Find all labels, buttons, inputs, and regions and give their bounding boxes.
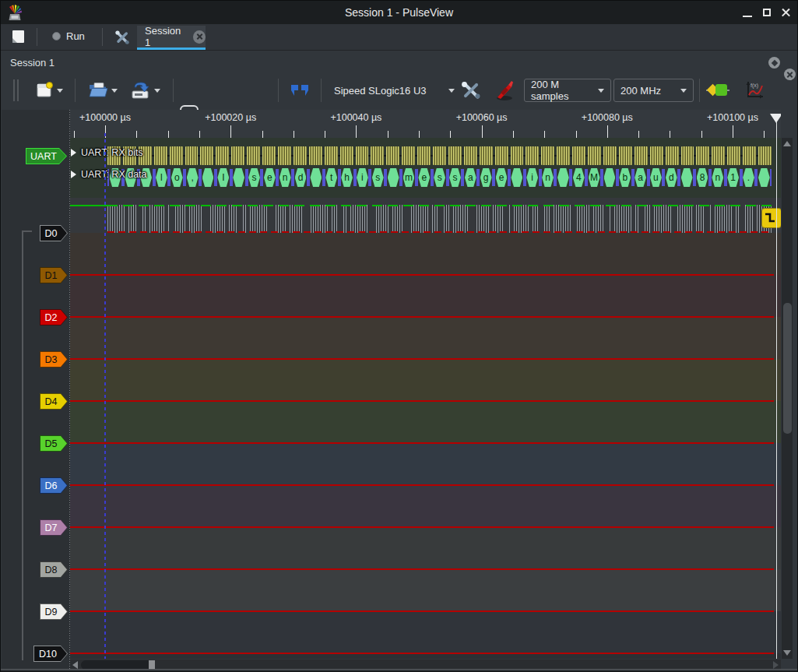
uart-frame: o: [169, 168, 185, 187]
run-button[interactable]: Run: [52, 30, 85, 42]
decoder-row-rx-bits[interactable]: UART: RX bits: [71, 147, 143, 158]
toolbar-separator: [699, 79, 700, 102]
scroll-right-icon[interactable]: [773, 661, 779, 669]
uart-frame: M: [586, 168, 602, 187]
save-icon: [130, 80, 150, 100]
title-bar: Session 1 - PulseView: [1, 1, 797, 24]
channel-low-line-d9: [70, 610, 774, 612]
uart-data-hexagon: a: [465, 168, 476, 187]
tab-label: Session 1: [145, 25, 188, 48]
settings-wrench-icon[interactable]: [114, 30, 130, 45]
channel-tag-label: D7: [40, 520, 67, 535]
uart-frame-bits: [588, 146, 601, 165]
d0-signal-trace: [107, 205, 772, 233]
new-file-icon: [35, 81, 54, 100]
ruler-minor-tick: [638, 131, 639, 138]
run-label: Run: [66, 30, 85, 42]
ruler-minor-tick: [764, 131, 765, 138]
panel-close-icon[interactable]: [784, 69, 796, 80]
vertical-scrollbar[interactable]: [782, 138, 793, 659]
uart-frame-bits: [495, 146, 508, 165]
toolbar-grip[interactable]: [17, 79, 19, 101]
toolbar-grip[interactable]: [13, 79, 15, 101]
ruler-minor-tick: [294, 131, 294, 138]
new-file-button[interactable]: [35, 77, 54, 104]
uart-data-hexagon: e: [496, 168, 508, 187]
sample-rate-select[interactable]: 200 MHz: [613, 79, 694, 102]
ruler-tick-label: +100080 µs: [553, 112, 662, 123]
uart-data-hexagon: s: [449, 168, 461, 187]
uart-data-hexagon: [310, 168, 322, 187]
uart-frame-bits: [511, 146, 524, 165]
channel-low-line-d8: [70, 568, 774, 570]
ruler-minor-tick: [670, 131, 670, 138]
falling-edge-trigger-icon[interactable]: [761, 208, 781, 228]
uart-data-hexagon: 4: [573, 168, 585, 187]
uart-rx-bits-row: [107, 146, 772, 165]
add-decoder-button[interactable]: [706, 82, 729, 99]
new-file-dropdown-icon[interactable]: [57, 89, 63, 93]
device-selector[interactable]: Sipeed SLogic16 U3: [334, 79, 455, 102]
ruler-major-tick: [356, 125, 357, 138]
uart-data-hexagon: [758, 168, 770, 187]
expand-arrow-icon[interactable]: [71, 171, 76, 178]
save-dropdown-icon[interactable]: [154, 89, 160, 93]
add-math-signal-icon[interactable]: f(x): [745, 80, 765, 100]
uart-frame: I: [216, 168, 231, 187]
uart-data-hexagon: 1: [727, 168, 739, 187]
horizontal-scrollbar-range[interactable]: [81, 660, 153, 670]
uart-frame-bits: [480, 146, 493, 165]
uart-frame-bits: [278, 146, 291, 165]
uart-data-hexagon: o: [171, 168, 183, 187]
panel-float-icon[interactable]: [768, 57, 780, 69]
uart-data-hexagon: b: [619, 168, 631, 187]
channel-tag-label: D6: [40, 478, 67, 493]
scroll-up-icon[interactable]: [783, 141, 791, 146]
uart-frame-bits: [557, 146, 570, 165]
uart-data-hexagon: [233, 168, 244, 187]
uart-frame-bits: [200, 146, 213, 165]
tab-close-icon[interactable]: [193, 30, 206, 44]
channel-tag-label: D4: [40, 394, 67, 409]
uart-frame: a: [462, 168, 478, 187]
open-dropdown-icon[interactable]: [111, 89, 118, 93]
channel-low-line-d1: [70, 274, 774, 276]
toolbar-separator: [75, 79, 76, 102]
uart-data-hexagon: h: [341, 168, 353, 187]
new-session-icon[interactable]: [12, 30, 25, 43]
ruler-major-tick: [230, 125, 231, 138]
ruler-major-tick: [733, 125, 733, 138]
uart-data-hexagon: l: [156, 168, 167, 187]
uart-frame: h: [339, 168, 355, 187]
uart-frame: .: [741, 168, 757, 187]
uart-data-hexagon: ,: [187, 168, 199, 187]
minimize-icon[interactable]: [740, 7, 754, 19]
save-button[interactable]: [130, 77, 150, 104]
maximize-icon[interactable]: [761, 7, 775, 19]
uart-frame-bits: [340, 146, 353, 165]
open-button[interactable]: [88, 77, 108, 104]
expand-arrow-icon[interactable]: [71, 149, 76, 157]
close-icon[interactable]: [779, 7, 793, 19]
channels-probe-icon[interactable]: [494, 79, 516, 102]
vertical-scrollbar-thumb[interactable]: [783, 303, 792, 434]
scroll-left-icon[interactable]: [72, 661, 78, 669]
ruler-minor-tick: [199, 131, 200, 138]
decoder-tag-uart[interactable]: UART: [26, 148, 67, 164]
uart-frame: s: [247, 168, 262, 187]
tab-session-1[interactable]: Session 1: [137, 26, 206, 50]
scroll-down-icon[interactable]: [783, 650, 791, 656]
decoder-row-rx-data[interactable]: UART: RX data: [71, 169, 147, 180]
show-cursors-button[interactable]: [289, 77, 311, 104]
uart-frame: [200, 168, 216, 187]
channel-tag-d10[interactable]: D10: [33, 646, 68, 662]
uart-data-hexagon: i: [526, 168, 538, 187]
horizontal-scrollbar-thumb[interactable]: [149, 660, 155, 669]
uart-frame-bits: [448, 146, 462, 165]
ruler-tick-label: +100060 µs: [427, 112, 536, 123]
uart-data-hexagon: t: [325, 168, 337, 187]
uart-data-hexagon: n: [542, 168, 554, 187]
configure-device-icon[interactable]: [460, 80, 482, 100]
sample-count-select[interactable]: 200 M samples: [524, 79, 611, 102]
device-dropdown-icon: [448, 89, 455, 93]
